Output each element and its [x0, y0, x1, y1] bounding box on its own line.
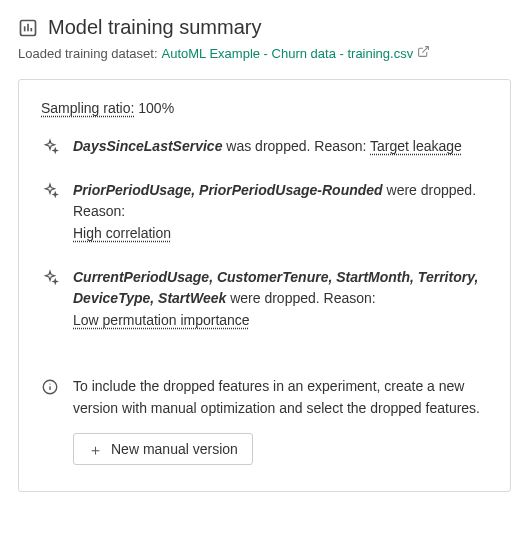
sampling-ratio-value: 100%	[138, 100, 174, 116]
drop-item: CurrentPeriodUsage, CustomerTenure, Star…	[41, 267, 488, 332]
drop-suffix: were dropped. Reason:	[226, 290, 375, 306]
info-row: To include the dropped features in an ex…	[41, 376, 488, 465]
drop-item: PriorPeriodUsage, PriorPeriodUsage-Round…	[41, 180, 488, 245]
sampling-ratio-label[interactable]: Sampling ratio:	[41, 100, 134, 116]
drop-item-body: PriorPeriodUsage, PriorPeriodUsage-Round…	[73, 180, 488, 245]
drop-item-body: CurrentPeriodUsage, CustomerTenure, Star…	[73, 267, 488, 332]
reason-link[interactable]: Target leakage	[370, 138, 462, 154]
dataset-label: Loaded training dataset:	[18, 46, 158, 61]
dataset-link[interactable]: AutoML Example - Churn data - training.c…	[162, 45, 431, 61]
button-label: New manual version	[111, 441, 238, 457]
sampling-ratio-row: Sampling ratio: 100%	[41, 100, 488, 116]
info-body: To include the dropped features in an ex…	[73, 376, 488, 465]
sparkle-icon	[41, 182, 59, 200]
info-icon	[41, 378, 59, 396]
new-manual-version-button[interactable]: ＋ New manual version	[73, 433, 253, 465]
page-header: Model training summary	[18, 16, 511, 39]
sparkle-icon	[41, 269, 59, 287]
feature-list: PriorPeriodUsage, PriorPeriodUsage-Round…	[73, 182, 383, 198]
dataset-row: Loaded training dataset: AutoML Example …	[18, 45, 511, 61]
svg-line-4	[423, 47, 429, 53]
drop-item-body: DaysSinceLastService was dropped. Reason…	[73, 136, 488, 158]
plus-icon: ＋	[88, 442, 103, 457]
page-title: Model training summary	[48, 16, 261, 39]
reason-link[interactable]: Low permutation importance	[73, 312, 250, 328]
reason-link[interactable]: High correlation	[73, 225, 171, 241]
dataset-name: AutoML Example - Churn data - training.c…	[162, 46, 414, 61]
svg-point-7	[49, 383, 50, 384]
info-text: To include the dropped features in an ex…	[73, 376, 488, 419]
summary-card: Sampling ratio: 100% DaysSinceLastServic…	[18, 79, 511, 492]
sparkle-icon	[41, 138, 59, 156]
drop-suffix: was dropped. Reason:	[222, 138, 370, 154]
external-link-icon	[417, 45, 430, 61]
bar-chart-icon	[18, 18, 38, 38]
feature-list: DaysSinceLastService	[73, 138, 222, 154]
drop-item: DaysSinceLastService was dropped. Reason…	[41, 136, 488, 158]
